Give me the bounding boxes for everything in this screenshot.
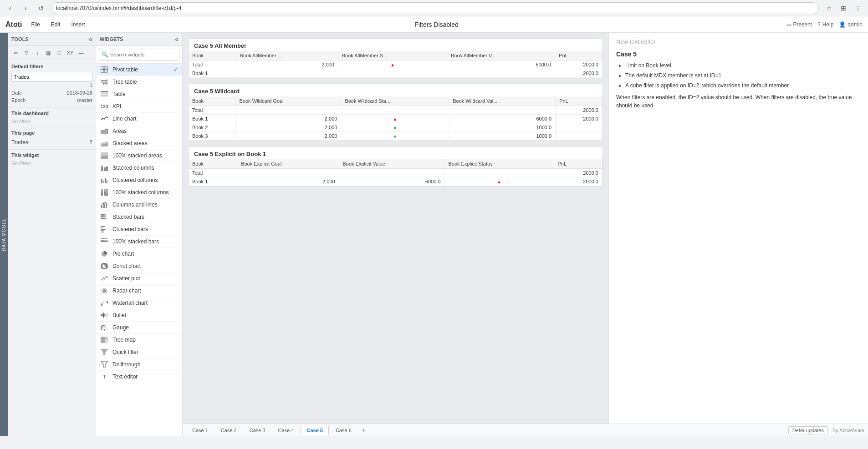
case5-explicit-table: Book Book Explicit Goal Book Explicit Va… <box>189 159 602 186</box>
svg-rect-16 <box>101 167 103 171</box>
page-trades-label: Trades <box>11 139 28 146</box>
widget-label-100-stacked-bars: 100% stacked bars <box>112 238 159 245</box>
cell-col4: 2000.0 <box>555 61 602 69</box>
svg-marker-14 <box>101 156 108 159</box>
defer-updates-button[interactable]: Defer updates <box>788 426 828 434</box>
widget-item-stacked-columns[interactable]: Stacked columns <box>96 162 182 174</box>
tool-pencil[interactable]: ✏ <box>10 48 20 58</box>
widget-item-text-editor[interactable]: T Text editor <box>96 371 182 383</box>
widget-search-input[interactable] <box>99 49 179 61</box>
widget-item-tree-table[interactable]: Tree table <box>96 76 182 88</box>
th-col3: Book AllMember V... <box>447 51 555 61</box>
th-book: Book <box>189 96 235 106</box>
tab-case2[interactable]: Case 2 <box>215 426 243 435</box>
tree-map-icon <box>100 336 109 343</box>
widget-item-100-stacked-columns[interactable]: 100% stacked columns <box>96 187 182 199</box>
widget-label-line-chart: Line chart <box>112 116 137 122</box>
tool-filter[interactable]: ▽ <box>21 48 31 58</box>
by-activeviam: By ActiveViam <box>832 428 864 433</box>
present-button[interactable]: ▭ Present <box>786 21 812 28</box>
content-main: Case 5 All Member Book Book AllMember ..… <box>183 33 868 424</box>
widget-item-scatter-plot[interactable]: Scatter plot <box>96 272 182 285</box>
table-row: Book 2 2,000 ● 1000.0 <box>189 123 602 132</box>
tools-toolbar: ✏ ▽ ↕ ▦ □ XY — <box>8 46 96 60</box>
tab-case1[interactable]: Case 1 <box>186 426 214 435</box>
tab-case4[interactable]: Case 4 <box>272 426 300 435</box>
bullet-item: The default MDX member is set at ID=1 <box>625 71 861 80</box>
address-bar[interactable]: localhost:7070/ui/index.html#/dashboard/… <box>51 2 819 14</box>
widget-item-kpi[interactable]: 123 KPI <box>96 101 182 113</box>
help-button[interactable]: ? Help <box>817 21 833 28</box>
tab-case5[interactable]: Case 5 <box>301 426 328 435</box>
cell-col4: 2000.0 <box>556 115 602 123</box>
widget-item-quick-filter[interactable]: Quick filter <box>96 346 182 358</box>
menu-insert[interactable]: Insert <box>69 20 87 29</box>
widget-item-areas[interactable]: Areas <box>96 125 182 137</box>
tab-add-button[interactable]: + <box>358 425 368 435</box>
widget-item-clustered-columns[interactable]: Clustered columns <box>96 174 182 187</box>
widget-item-radar-chart[interactable]: Radar chart <box>96 285 182 297</box>
cell-col2 <box>338 69 447 78</box>
settings-button[interactable]: ⋮ <box>852 2 864 15</box>
cell-col3: 1000.0 <box>449 132 556 141</box>
reload-button[interactable]: ↺ <box>35 2 47 15</box>
trades-filter-wrap: 1 <box>11 72 92 88</box>
tool-xy[interactable]: XY <box>65 48 75 58</box>
widget-label-100-stacked-columns: 100% stacked columns <box>112 189 168 196</box>
svg-rect-19 <box>104 167 106 168</box>
th-col1: Book Wildcard Goal <box>235 96 341 106</box>
menu-file[interactable]: File <box>29 20 41 29</box>
tool-dash[interactable]: — <box>76 48 86 58</box>
widget-item-100-stacked-bars[interactable]: 100% stacked bars <box>96 236 182 248</box>
app-title: Filters Disabled <box>94 21 779 28</box>
svg-marker-73 <box>101 361 108 368</box>
this-dashboard-section: This dashboard No filters <box>8 107 96 127</box>
extensions-button[interactable]: ⊞ <box>837 2 850 15</box>
widget-item-donut-chart[interactable]: Donut chart <box>96 260 182 272</box>
cell-col1: 2,000 <box>235 132 341 141</box>
tool-grid[interactable]: ▦ <box>43 48 53 58</box>
svg-rect-38 <box>101 218 105 219</box>
widget-item-columns-and-lines[interactable]: Columns and lines <box>96 199 182 211</box>
widget-item-stacked-areas[interactable]: Stacked areas <box>96 137 182 150</box>
widget-item-tree-map[interactable]: Tree map <box>96 334 182 346</box>
cell-col4 <box>556 132 602 141</box>
user-button[interactable]: 👤 admin <box>839 21 863 28</box>
widget-item-bullet[interactable]: Bullet <box>96 309 182 322</box>
widget-item-pivot-table[interactable]: Pivot table ✓ <box>96 64 182 76</box>
forward-button[interactable]: › <box>19 2 32 15</box>
tab-case6[interactable]: Case 6 <box>330 426 357 435</box>
widget-item-table[interactable]: Table <box>96 88 182 101</box>
widget-item-gauge[interactable]: Gauge <box>96 322 182 334</box>
cell-col4: 2000.0 <box>555 69 602 78</box>
widget-label-100-stacked-areas: 100% stacked areas <box>112 152 162 159</box>
widget-item-drillthrough[interactable]: Drillthrough <box>96 358 182 371</box>
search-icon: 🔍 <box>102 51 108 58</box>
tool-sort[interactable]: ↕ <box>32 48 42 58</box>
browser-bar: ‹ › ↺ localhost:7070/ui/index.html#/dash… <box>0 0 868 16</box>
widget-item-stacked-bars[interactable]: Stacked bars <box>96 211 182 223</box>
svg-rect-63 <box>105 301 106 302</box>
widget-item-line-chart[interactable]: Line chart <box>96 113 182 125</box>
widget-item-waterfall-chart[interactable]: Waterfall chart <box>96 297 182 309</box>
radar-chart-icon <box>100 287 109 294</box>
svg-rect-0 <box>101 66 104 69</box>
tab-case3[interactable]: Case 3 <box>244 426 271 435</box>
bookmark-button[interactable]: ☆ <box>822 2 835 15</box>
back-button[interactable]: ‹ <box>4 2 16 15</box>
data-model-tab[interactable]: DATA MODEL <box>0 33 8 436</box>
menu-edit[interactable]: Edit <box>49 20 62 29</box>
url-text: localhost:7070/ui/index.html#/dashboard/… <box>56 5 182 11</box>
widget-selected-check: ✓ <box>173 66 179 73</box>
main-layout: DATA MODEL TOOLS « ✏ ▽ ↕ ▦ □ XY — Defaul… <box>0 33 868 436</box>
tools-collapse-btn[interactable]: « <box>89 35 92 43</box>
svg-rect-62 <box>103 302 104 303</box>
widget-item-pie-chart[interactable]: Pie chart <box>96 248 182 260</box>
widget-label-text-editor: Text editor <box>112 373 138 380</box>
th-col4: PnL <box>554 159 602 169</box>
widget-item-100-stacked-areas[interactable]: 100% stacked areas <box>96 150 182 162</box>
trades-filter-input[interactable] <box>11 72 92 82</box>
widgets-collapse-btn[interactable]: « <box>175 35 179 43</box>
widget-item-clustered-bars[interactable]: Clustered bars <box>96 223 182 236</box>
tool-square[interactable]: □ <box>54 48 64 58</box>
